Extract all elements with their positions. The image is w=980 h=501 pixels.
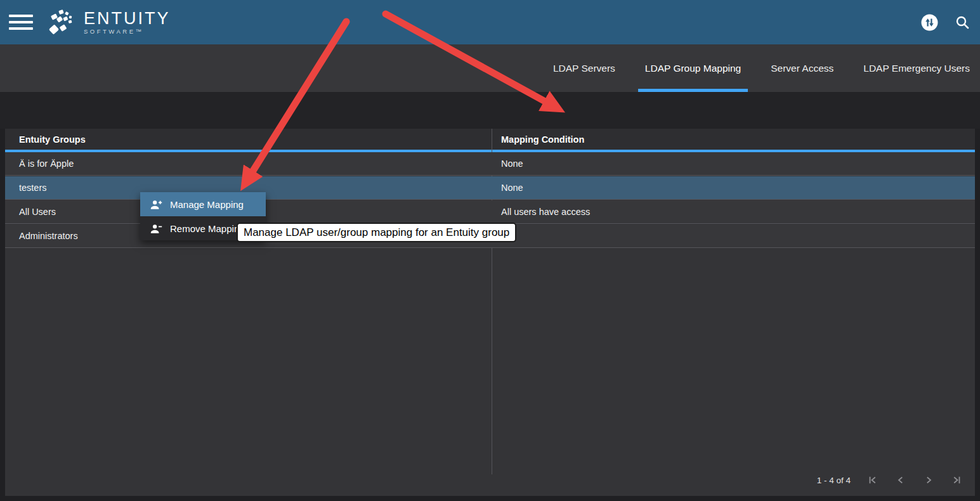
cell-group: Administrators: [19, 224, 78, 247]
first-page-icon[interactable]: [866, 473, 880, 487]
manage-mapping-tooltip: Manage LDAP user/group mapping for an En…: [237, 223, 516, 242]
tab-ldap-group-mapping[interactable]: LDAP Group Mapping: [645, 44, 741, 92]
cell-condition: All users have access: [501, 200, 590, 223]
cell-group: testers: [19, 176, 47, 199]
next-page-icon[interactable]: [922, 473, 936, 487]
tab-server-access[interactable]: Server Access: [771, 44, 833, 92]
group-mapping-table: Entuity Groups Mapping Condition Ä is fo…: [5, 129, 975, 496]
tab-label: Server Access: [771, 63, 833, 74]
context-menu-manage-mapping[interactable]: Manage Mapping: [140, 192, 266, 216]
table-row-apple[interactable]: Ä is for Äpple None: [5, 152, 975, 176]
tab-label: LDAP Servers: [553, 63, 615, 74]
logo-subtitle: SOFTWARE™: [84, 28, 171, 35]
table-pagination: 1 - 4 of 4: [817, 469, 964, 491]
column-header-entuity-groups[interactable]: Entuity Groups: [19, 129, 86, 150]
topbar-actions: [921, 0, 970, 44]
tab-ldap-emergency-users[interactable]: LDAP Emergency Users: [863, 44, 970, 92]
sync-icon[interactable]: [921, 14, 938, 31]
settings-tab-bar: LDAP Servers LDAP Group Mapping Server A…: [0, 44, 980, 92]
last-page-icon[interactable]: [950, 473, 964, 487]
cell-condition: None: [501, 176, 523, 199]
tab-label: LDAP Emergency Users: [863, 63, 970, 74]
pagination-range-label: 1 - 4 of 4: [817, 476, 851, 485]
logo-text: ENTUITY SOFTWARE™: [84, 10, 171, 35]
cell-group: All Users: [19, 200, 56, 223]
logo-title: ENTUITY: [84, 10, 171, 27]
entuity-logo: ENTUITY SOFTWARE™: [46, 6, 171, 38]
external-authentication-page: ENTUITY SOFTWARE™ LDAP Servers LDAP Grou…: [0, 0, 980, 501]
context-menu-item-label: Remove Mapping: [170, 223, 245, 234]
top-app-bar: ENTUITY SOFTWARE™: [0, 0, 980, 44]
search-icon[interactable]: [955, 15, 970, 30]
entuity-logo-mark: [46, 6, 77, 38]
cell-group: Ä is for Äpple: [19, 152, 74, 175]
context-menu-item-label: Manage Mapping: [170, 199, 244, 210]
table-header-row: Entuity Groups Mapping Condition: [5, 129, 975, 150]
tab-label: LDAP Group Mapping: [645, 63, 741, 74]
person-remove-icon: [150, 223, 163, 235]
tab-ldap-servers[interactable]: LDAP Servers: [553, 44, 615, 92]
person-add-icon: [150, 198, 163, 211]
cell-condition: None: [501, 152, 523, 175]
hamburger-menu-icon[interactable]: [9, 11, 33, 34]
page-toolbar: External Authentication Save Manage Mapp…: [0, 92, 980, 129]
column-header-mapping-condition[interactable]: Mapping Condition: [501, 129, 584, 150]
previous-page-icon[interactable]: [894, 473, 908, 487]
